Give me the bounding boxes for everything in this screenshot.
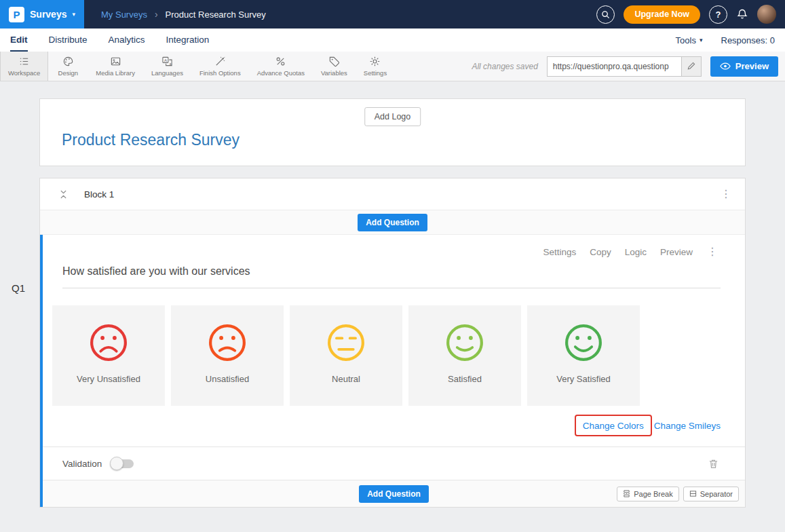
collapse-block-icon[interactable] [58, 189, 69, 200]
app-label: Surveys [30, 9, 66, 20]
toolbar-item-settings[interactable]: Settings [356, 52, 395, 81]
smiley-very-happy-icon [563, 322, 604, 363]
surveys-app-switcher[interactable]: P Surveys ▾ [0, 0, 84, 28]
page-break-button[interactable]: Page Break [617, 487, 678, 501]
add-question-band-top: Add Question [40, 210, 745, 235]
block-menu-icon[interactable]: ⋮ [721, 189, 731, 200]
tag-icon [328, 56, 340, 67]
add-question-button-bottom[interactable]: Add Question [359, 485, 429, 503]
toolbar-item-workspace[interactable]: Workspace [0, 52, 48, 81]
rating-option-label: Unsatisfied [206, 374, 249, 384]
toolbar-item-finish-options[interactable]: Finish Options [191, 52, 249, 81]
tabbar-right: Tools ▾ Responses: 0 [676, 28, 775, 52]
navbar-actions: Upgrade Now ? [596, 5, 785, 24]
question-action-logic[interactable]: Logic [625, 247, 647, 257]
tools-label: Tools [676, 35, 696, 45]
smiley-very-sad-icon [88, 322, 129, 363]
preview-label: Preview [735, 61, 769, 71]
tab-distribute[interactable]: Distribute [49, 28, 88, 52]
survey-title[interactable]: Product Research Survey [62, 131, 240, 149]
notifications-bell-icon[interactable] [736, 8, 748, 20]
chevron-down-icon: ▾ [700, 37, 703, 43]
block-card: Block 1 ⋮ Add Question Q1 SettingsCopyLo… [39, 178, 746, 508]
edit-url-button[interactable] [681, 56, 702, 77]
separator-icon [689, 490, 697, 497]
block-name[interactable]: Block 1 [84, 189, 114, 200]
toolbar-item-languages[interactable]: AaLanguages [143, 52, 191, 81]
toolbar-item-variables[interactable]: Variables [313, 52, 356, 81]
rating-option-label: Satisfied [448, 374, 482, 384]
search-icon [601, 10, 610, 19]
question-id: Q1 [12, 282, 25, 294]
editor-toolbar: WorkspaceDesignMedia LibraryAaLanguagesF… [0, 52, 785, 81]
percent-icon [275, 56, 286, 67]
top-navbar: P Surveys ▾ My Surveys › Product Researc… [0, 0, 785, 28]
add-logo-button[interactable]: Add Logo [364, 107, 421, 126]
question-actions-list: SettingsCopyLogicPreview [543, 247, 693, 257]
toolbar-item-label: Finish Options [199, 69, 241, 77]
breadcrumb-separator-icon: › [155, 9, 158, 20]
section-tabbar: EditDistributeAnalyticsIntegration Tools… [0, 28, 785, 52]
breadcrumb: My Surveys › Product Research Survey [101, 9, 266, 20]
block-footer: Add Question Page Break Separator [43, 480, 745, 507]
toolbar-item-design[interactable]: Design [48, 52, 88, 81]
question-action-settings[interactable]: Settings [543, 247, 576, 257]
toolbar-item-label: Workspace [8, 69, 40, 77]
rating-option-very-satisfied[interactable]: Very Satisfied [527, 305, 640, 406]
rating-option-very-unsatisfied[interactable]: Very Unsatisfied [52, 305, 165, 406]
page-break-icon [623, 490, 630, 497]
separator-button[interactable]: Separator [683, 487, 739, 501]
image-icon [110, 56, 121, 67]
toolbar-item-label: Variables [321, 69, 347, 77]
question-menu-icon[interactable]: ⋮ [707, 246, 718, 257]
validation-row: Validation [43, 446, 745, 480]
tab-edit[interactable]: Edit [10, 28, 28, 52]
tab-analytics[interactable]: Analytics [109, 28, 145, 52]
smiley-rating-options: Very UnsatisfiedUnsatisfiedNeutralSatisf… [52, 305, 745, 406]
toolbar-items: WorkspaceDesignMedia LibraryAaLanguagesF… [0, 52, 395, 81]
preview-button[interactable]: Preview [710, 56, 778, 77]
smiley-neutral-icon [326, 322, 366, 363]
rating-option-unsatisfied[interactable]: Unsatisfied [171, 305, 284, 406]
question-text[interactable]: How satisfied are you with our services [62, 265, 721, 288]
change-smileys-link[interactable]: Change Smileys [654, 421, 721, 431]
tools-menu[interactable]: Tools ▾ [676, 35, 703, 45]
toolbar-item-label: Design [58, 69, 79, 77]
page-break-label: Page Break [634, 490, 672, 498]
validation-label: Validation [62, 459, 102, 469]
delete-question-icon[interactable] [708, 458, 719, 470]
question-action-copy[interactable]: Copy [590, 247, 611, 257]
svg-text:a: a [170, 62, 172, 66]
breadcrumb-current: Product Research Survey [166, 10, 266, 20]
toolbar-item-media-library[interactable]: Media Library [88, 52, 143, 81]
toolbar-item-advance-quotas[interactable]: Advance Quotas [249, 52, 313, 81]
upgrade-now-button[interactable]: Upgrade Now [624, 5, 700, 24]
svg-text:A: A [164, 58, 168, 62]
change-colors-link[interactable]: Change Colors [583, 421, 644, 431]
palette-icon [62, 56, 74, 67]
survey-url-group [547, 56, 702, 77]
avatar[interactable] [757, 5, 776, 24]
chevron-down-icon: ▾ [72, 11, 75, 18]
responses-count[interactable]: Responses: 0 [721, 35, 776, 45]
validation-toggle[interactable] [111, 459, 134, 468]
rating-option-satisfied[interactable]: Satisfied [408, 305, 521, 406]
question-action-preview[interactable]: Preview [660, 247, 693, 257]
gear-icon [369, 56, 381, 67]
smiley-sad-icon [207, 322, 248, 363]
survey-url-input[interactable] [547, 56, 681, 77]
save-status: All changes saved [472, 62, 537, 71]
tab-integration[interactable]: Integration [166, 28, 210, 52]
separator-label: Separator [700, 490, 733, 498]
question-q1: Q1 SettingsCopyLogicPreview ⋮ How satisf… [40, 235, 745, 507]
eye-icon [720, 62, 731, 70]
toolbar-item-label: Advance Quotas [257, 69, 305, 77]
wand-icon [214, 56, 226, 67]
search-button[interactable] [596, 5, 615, 24]
rating-option-label: Neutral [332, 374, 360, 384]
add-question-button-top[interactable]: Add Question [358, 214, 427, 231]
breadcrumb-my-surveys[interactable]: My Surveys [101, 10, 147, 20]
rating-option-neutral[interactable]: Neutral [290, 305, 402, 406]
help-button[interactable]: ? [709, 5, 727, 24]
footer-right: Page Break Separator [617, 487, 739, 501]
